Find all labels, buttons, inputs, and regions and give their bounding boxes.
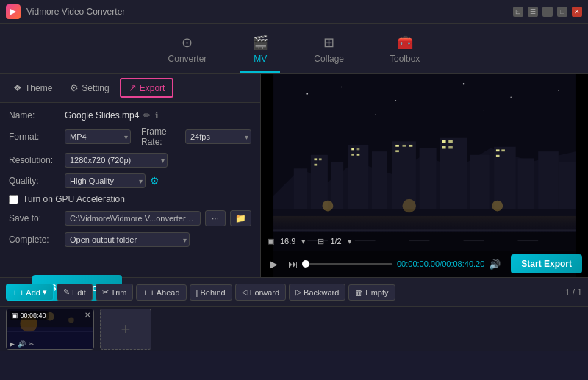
progress-dot [302, 260, 309, 268]
backward-button[interactable]: ▷ Backward [289, 284, 345, 301]
export-overlay-button[interactable]: Start Export [511, 254, 582, 273]
ahead-button[interactable]: + + Ahead [136, 284, 186, 301]
svg-rect-29 [448, 146, 453, 149]
save-to-row: Save to: C:\Vidmore\Vidmore V...onverter… [9, 210, 251, 226]
empty-button[interactable]: 🗑 Empty [348, 284, 395, 301]
complete-select-wrap: Open output folder Do nothing Shut down [65, 232, 190, 247]
quality-select-wrap: High Quality Standard Low [65, 173, 146, 188]
edit-button[interactable]: ✎ Edit [57, 284, 93, 301]
name-value: Google Slides.mp4 [65, 110, 139, 121]
trash-icon: 🗑 [355, 288, 363, 297]
svg-point-49 [558, 90, 559, 90]
nav-converter-label: Converter [168, 54, 207, 64]
next-frame-button[interactable]: ⏭ [285, 257, 301, 271]
tab-theme[interactable]: ❖ Theme [6, 79, 60, 96]
trim-label: Trim [111, 288, 127, 297]
add-icon: + [12, 288, 17, 297]
ratio-dropdown-icon[interactable]: ▾ [301, 237, 306, 246]
format-select[interactable]: MP4 AVI MOV MKV [65, 129, 131, 144]
open-folder-btn[interactable]: 📁 [230, 210, 251, 226]
clip-audio-icon[interactable]: 🔊 [18, 340, 26, 348]
toolbox-icon: 🧰 [397, 35, 413, 51]
browse-dots-btn[interactable]: ··· [205, 210, 226, 226]
title-bar: ▶ Vidmore Video Converter ⊡ ☰ ─ □ ✕ [0, 0, 588, 24]
gpu-label: Turn on GPU Acceleration [23, 194, 125, 204]
nav-toolbox[interactable]: 🧰 Toolbox [378, 29, 431, 73]
app-logo: ▶ [6, 4, 21, 19]
svg-point-50 [375, 114, 376, 115]
name-edit-icon[interactable]: ✏ [143, 110, 151, 121]
time-display: 00:00:00.00/00:08:40.20 [397, 259, 484, 268]
edit-icon: ✎ [63, 287, 70, 297]
minimize-btn[interactable]: ─ [542, 7, 553, 17]
svg-point-51 [484, 110, 484, 111]
svg-rect-20 [351, 154, 354, 156]
settings-area: Name: Google Slides.mp4 ✏ ℹ Format: MP4 … [0, 103, 260, 260]
svg-rect-31 [501, 149, 505, 151]
frame-rate-select-wrap: 24fps 25fps 30fps 60fps [185, 129, 251, 144]
clip-type-icon: ▣ [12, 312, 18, 319]
behind-label: Behind [200, 288, 225, 297]
forward-button[interactable]: ◁ Forward [235, 284, 286, 301]
time-total: 00:08:40.20 [442, 259, 484, 268]
tab-export[interactable]: ↗ Export [120, 78, 174, 98]
save-path-display: C:\Vidmore\Vidmore V...onverter\MV Expor… [65, 211, 201, 226]
split-dropdown-icon[interactable]: ▾ [348, 237, 352, 246]
quality-gear-btn[interactable]: ⚙ [150, 175, 159, 187]
chat-btn[interactable]: ⊡ [513, 7, 523, 17]
clip-duration: ▣ 00:08:40 [10, 311, 49, 320]
clip-cut-icon[interactable]: ✂ [29, 340, 35, 348]
clip-item[interactable]: ▣ 00:08:40 ✕ ▶ 🔊 ✂ [6, 309, 94, 350]
svg-point-36 [492, 201, 503, 212]
svg-rect-4 [331, 162, 344, 209]
clip-close-btn[interactable]: ✕ [85, 311, 90, 319]
gpu-checkbox[interactable] [9, 195, 18, 204]
add-button[interactable]: + + Add ▾ [6, 284, 54, 301]
time-current: 00:00:00.00 [397, 259, 440, 268]
tab-setting-label: Setting [82, 83, 109, 93]
nav-converter[interactable]: ⊙ Converter [157, 29, 219, 73]
complete-row: Complete: Open output folder Do nothing … [9, 232, 251, 247]
resolution-select[interactable]: 1280x720 (720p) 1920x1080 (1080p) 3840x2… [65, 153, 168, 168]
close-btn[interactable]: ✕ [572, 7, 582, 17]
add-dropdown-icon: ▾ [43, 287, 47, 297]
play-button[interactable]: ▶ [267, 257, 281, 271]
clip-play-icon[interactable]: ▶ [10, 340, 15, 348]
frame-rate-select[interactable]: 24fps 25fps 30fps 60fps [185, 129, 251, 144]
svg-rect-19 [357, 148, 360, 151]
empty-label: Empty [365, 288, 388, 297]
behind-button[interactable]: | Behind [190, 284, 232, 301]
volume-icon[interactable]: 🔊 [489, 259, 501, 270]
edit-label: Edit [72, 288, 86, 297]
maximize-btn[interactable]: □ [557, 7, 567, 17]
svg-rect-24 [409, 145, 413, 147]
trim-button[interactable]: ✂ Trim [96, 284, 134, 301]
export-icon: ↗ [129, 82, 137, 93]
ratio-icon: ▣ [267, 237, 274, 246]
quality-select[interactable]: High Quality Standard Low [65, 173, 146, 188]
name-info-icon[interactable]: ℹ [155, 110, 159, 121]
svg-rect-8 [420, 148, 437, 209]
window-controls: ⊡ ☰ ─ □ ✕ [513, 7, 582, 17]
converter-icon: ⊙ [182, 35, 193, 51]
quality-row: Quality: High Quality Standard Low ⚙ [9, 173, 251, 188]
tab-setting[interactable]: ⚙ Setting [62, 79, 116, 96]
app-title: Vidmore Video Converter [26, 7, 513, 17]
split-icon: ⊟ [318, 237, 324, 246]
svg-point-45 [341, 87, 342, 87]
progress-bar[interactable] [306, 263, 392, 265]
nav-toolbox-label: Toolbox [390, 54, 420, 64]
complete-select[interactable]: Open output folder Do nothing Shut down [65, 232, 190, 247]
nav-collage[interactable]: ⊞ Collage [302, 29, 356, 73]
ahead-label: + Ahead [150, 288, 180, 297]
split-display: 1/2 [330, 237, 341, 245]
svg-rect-26 [442, 140, 446, 143]
menu-btn[interactable]: ☰ [528, 7, 538, 17]
nav-mv[interactable]: 🎬 MV [240, 29, 280, 73]
right-panel: ▶ ⏭ 00:00:00.00/00:08:40.20 🔊 Start Expo… [261, 74, 588, 277]
name-label: Name: [9, 110, 60, 121]
svg-rect-10 [470, 155, 490, 209]
tab-theme-label: Theme [25, 83, 52, 93]
page-indicator: 1 / 1 [565, 287, 582, 298]
add-clip-button[interactable]: + [100, 309, 151, 350]
